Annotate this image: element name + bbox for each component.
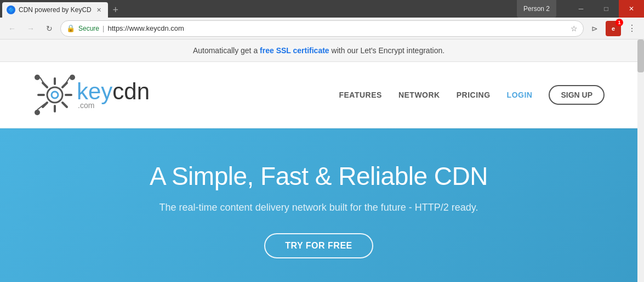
svg-point-1 — [52, 92, 58, 98]
hero-title: A Simple, Fast & Reliable CDN — [150, 161, 488, 191]
back-icon: ← — [8, 24, 16, 33]
page-content: Automatically get a free SSL certificate… — [0, 40, 637, 282]
url-bar[interactable]: 🔒 Secure | https://www.keycdn.com ☆ — [60, 20, 584, 37]
nav-login[interactable]: LOGIN — [507, 91, 533, 99]
ext-label: e — [612, 25, 615, 32]
close-button[interactable]: ✕ — [619, 0, 644, 18]
menu-icon: ⋮ — [628, 23, 636, 33]
svg-point-12 — [35, 110, 40, 115]
minimize-button[interactable]: ─ — [568, 0, 594, 18]
tab-close-button[interactable]: ✕ — [95, 5, 104, 14]
svg-point-0 — [47, 87, 62, 103]
logo-text: key — [77, 78, 112, 104]
svg-point-10 — [35, 75, 40, 80]
address-bar: ← → ↻ 🔒 Secure | https://www.keycdn.com … — [0, 18, 644, 40]
back-button[interactable]: ← — [4, 21, 20, 36]
svg-point-11 — [70, 75, 75, 80]
nav-pricing[interactable]: PRICING — [457, 91, 491, 99]
ssl-banner: Automatically get a free SSL certificate… — [0, 40, 637, 62]
secure-text: Secure — [78, 25, 99, 32]
logo-area[interactable]: keycdn .com — [33, 73, 150, 117]
secure-icon: 🔒 — [66, 24, 75, 32]
nav-network[interactable]: NETWORK — [398, 91, 440, 99]
url-text: https://www.keycdn.com — [107, 24, 565, 32]
url-separator: | — [102, 24, 104, 32]
banner-text-before: Automatically get a — [193, 46, 260, 55]
browser-viewport: Automatically get a free SSL certificate… — [0, 40, 644, 282]
scrollbar[interactable] — [637, 40, 644, 282]
title-bar: 🔷 CDN powered by KeyCD ✕ + Person 2 ─ □ … — [0, 0, 644, 18]
hero-subtitle: The real-time content delivery network b… — [159, 202, 478, 213]
site-nav: FEATURES NETWORK PRICING LOGIN SIGN UP — [339, 85, 605, 105]
logo-icon — [33, 73, 77, 117]
reload-button[interactable]: ↻ — [42, 21, 57, 36]
svg-line-7 — [62, 103, 67, 107]
site-header: keycdn .com FEATURES NETWORK PRICING LOG… — [0, 62, 637, 128]
ext-badge: 1 — [615, 19, 623, 26]
ssl-link[interactable]: free SSL certificate — [260, 46, 329, 55]
bookmark-icon[interactable]: ☆ — [571, 24, 578, 33]
chrome-menu-button[interactable]: ⋮ — [624, 21, 640, 36]
forward-button[interactable]: → — [23, 21, 38, 36]
nav-features[interactable]: FEATURES — [339, 91, 381, 99]
cast-icon: ⊳ — [591, 24, 598, 33]
hero-section: A Simple, Fast & Reliable CDN The real-t… — [0, 128, 637, 282]
banner-text-after: with our Let's Encrypt integration. — [332, 46, 445, 55]
extension-icon[interactable]: e 1 — [606, 21, 621, 36]
person-profile[interactable]: Person 2 — [517, 0, 556, 18]
cast-button[interactable]: ⊳ — [587, 21, 602, 36]
tab-title: CDN powered by KeyCD — [19, 6, 92, 14]
logo-dotcom: .com — [78, 101, 150, 110]
new-tab-button[interactable]: + — [108, 2, 123, 18]
scrollbar-thumb[interactable] — [637, 40, 644, 72]
window-controls: ─ □ ✕ — [568, 0, 644, 18]
maximize-button[interactable]: □ — [594, 0, 619, 18]
try-for-free-button[interactable]: TRY FOR FREE — [264, 233, 373, 258]
active-tab[interactable]: 🔷 CDN powered by KeyCD ✕ — [2, 2, 108, 18]
forward-icon: → — [27, 24, 35, 33]
person-label: Person 2 — [523, 5, 550, 13]
tab-favicon: 🔷 — [7, 5, 15, 14]
reload-icon: ↻ — [46, 24, 53, 33]
signup-button[interactable]: SIGN UP — [549, 85, 605, 105]
